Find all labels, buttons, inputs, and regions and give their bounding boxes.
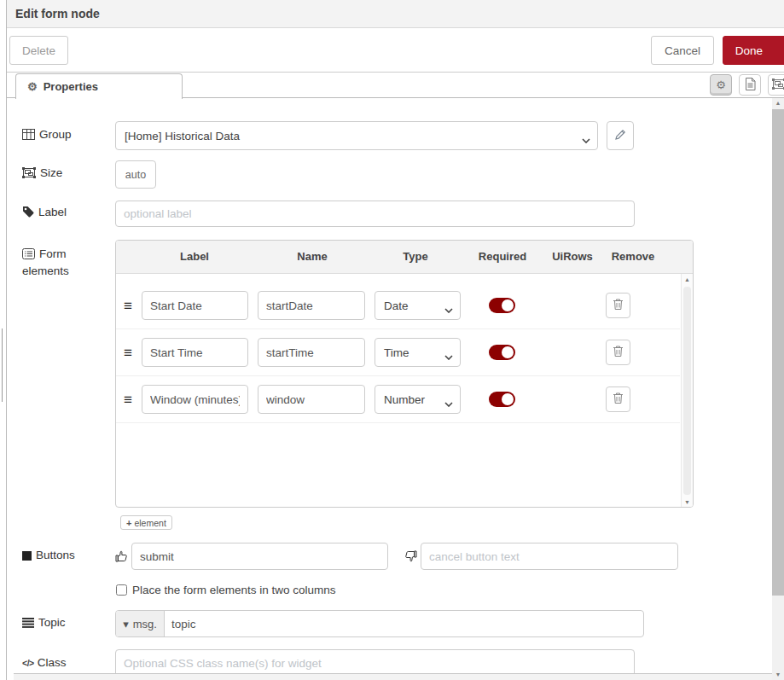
scroll-down-icon[interactable]: ▼ [772, 670, 784, 680]
drag-handle-icon[interactable]: ≡ [124, 392, 141, 407]
required-toggle[interactable] [489, 392, 515, 407]
form-elements-label: Form elements [22, 240, 115, 279]
column-header-label: Label [180, 241, 209, 273]
caret-down-icon: ▾ [123, 618, 129, 631]
trash-icon [613, 298, 624, 313]
table-row: ≡ Number [116, 376, 680, 423]
table-header: Label Name Type Required UiRows Remove [116, 241, 693, 274]
topic-value-input[interactable]: topic [165, 611, 643, 636]
column-header-remove: Remove [612, 241, 655, 273]
element-name-input[interactable] [258, 385, 365, 414]
table-scrollbar[interactable]: ▲ ▼ [681, 274, 693, 508]
chevron-down-icon [444, 350, 453, 363]
label-input[interactable] [115, 201, 635, 227]
gear-icon: ⚙︎ [716, 78, 726, 91]
size-label: Size [22, 166, 115, 183]
scroll-up-icon[interactable]: ▲ [684, 276, 690, 282]
element-label-input[interactable] [142, 385, 248, 414]
object-group-icon [22, 167, 36, 183]
add-element-row: +element [22, 515, 784, 530]
appearance-button[interactable] [768, 74, 784, 96]
thumbs-up-icon [115, 550, 128, 562]
dialog-button-bar: Delete Cancel Done [7, 28, 784, 73]
gear-icon: ⚙︎ [27, 80, 38, 93]
column-header-required: Required [479, 241, 526, 273]
element-type-select[interactable]: Time [375, 338, 461, 367]
table-row: ≡ Date [116, 282, 680, 329]
topic-type-label: msg. [133, 618, 157, 631]
cancel-button-text-input[interactable] [421, 543, 678, 570]
group-row: Group [Home] Historical Data [22, 121, 784, 150]
two-columns-checkbox[interactable] [116, 584, 127, 596]
label-label: Label [22, 205, 115, 222]
dialog-footer-strip [14, 673, 784, 680]
size-row: Size auto [22, 160, 784, 189]
palette-grip [2, 328, 3, 402]
table-row: ≡ Time [116, 329, 680, 376]
required-toggle[interactable] [489, 298, 515, 313]
object-group-icon [772, 78, 784, 92]
trash-icon [613, 345, 624, 360]
remove-element-button[interactable] [606, 386, 630, 412]
trash-icon [613, 392, 624, 407]
tab-icon-buttons: ⚙︎ [710, 74, 784, 96]
topic-typed-input: ▾ msg. topic [115, 610, 644, 637]
required-toggle[interactable] [489, 345, 515, 360]
form-elements-table: Label Name Type Required UiRows Remove ≡… [115, 240, 694, 508]
add-element-button[interactable]: +element [120, 515, 172, 530]
chevron-down-icon [582, 133, 590, 146]
editor-left-strip [0, 0, 7, 680]
description-button[interactable] [739, 74, 761, 96]
element-label-input[interactable] [142, 291, 248, 320]
drag-handle-icon[interactable]: ≡ [124, 346, 141, 360]
drag-handle-icon[interactable]: ≡ [124, 299, 141, 313]
scroll-up-icon[interactable]: ▲ [772, 98, 784, 108]
edit-group-button[interactable] [607, 121, 634, 150]
group-select[interactable]: [Home] Historical Data [115, 121, 598, 150]
element-name-input[interactable] [258, 291, 365, 320]
column-header-name: Name [297, 241, 327, 273]
tag-icon [22, 206, 34, 222]
dialog-title: Edit form node [15, 7, 100, 20]
cancel-button[interactable]: Cancel [651, 36, 714, 65]
column-header-uirows: UiRows [552, 241, 593, 273]
submit-button-text-input[interactable] [131, 543, 388, 570]
window-scrollbar[interactable]: ▲ ▼ [772, 98, 784, 680]
remove-element-button[interactable] [606, 293, 630, 318]
topic-label: Topic [22, 615, 115, 632]
element-type-select[interactable]: Date [375, 291, 461, 320]
done-button[interactable]: Done [723, 36, 784, 65]
element-label-input[interactable] [142, 338, 248, 367]
tab-properties[interactable]: ⚙︎ Properties [15, 73, 183, 99]
tab-bar: ⚙︎ Properties ⚙︎ [7, 73, 784, 98]
document-icon [745, 78, 756, 93]
buttons-label: Buttons [22, 548, 115, 565]
table-icon [22, 129, 35, 144]
two-columns-label[interactable]: Place the form elements in two columns [132, 584, 336, 596]
scroll-down-icon[interactable]: ▼ [684, 499, 690, 505]
element-name-input[interactable] [258, 338, 365, 367]
remove-element-button[interactable] [606, 340, 630, 365]
class-label: </>Class [22, 655, 115, 671]
topic-type-button[interactable]: ▾ msg. [116, 611, 165, 636]
buttons-row: Buttons [22, 543, 784, 570]
table-scrollbar-thumb[interactable] [683, 287, 691, 495]
tab-properties-label: Properties [44, 80, 98, 93]
code-icon: </> [22, 658, 34, 668]
element-type-select[interactable]: Number [375, 385, 461, 414]
chevron-down-icon [444, 303, 453, 316]
properties-gear-button[interactable]: ⚙︎ [710, 74, 732, 96]
table-body: ≡ Date ≡ [116, 274, 693, 508]
plus-icon: + [126, 518, 131, 528]
column-header-type: Type [403, 241, 427, 273]
size-button[interactable]: auto [115, 160, 156, 189]
pencil-icon [614, 129, 626, 143]
window-scrollbar-thumb[interactable] [772, 109, 784, 596]
square-icon [22, 549, 32, 565]
properties-form: Group [Home] Historical Data Size auto L… [7, 98, 784, 680]
delete-button[interactable]: Delete [9, 36, 68, 65]
chevron-down-icon [444, 397, 453, 410]
topic-row: Topic ▾ msg. topic [22, 610, 784, 637]
thumbs-down-icon [404, 550, 417, 562]
list-alt-icon [22, 248, 35, 264]
